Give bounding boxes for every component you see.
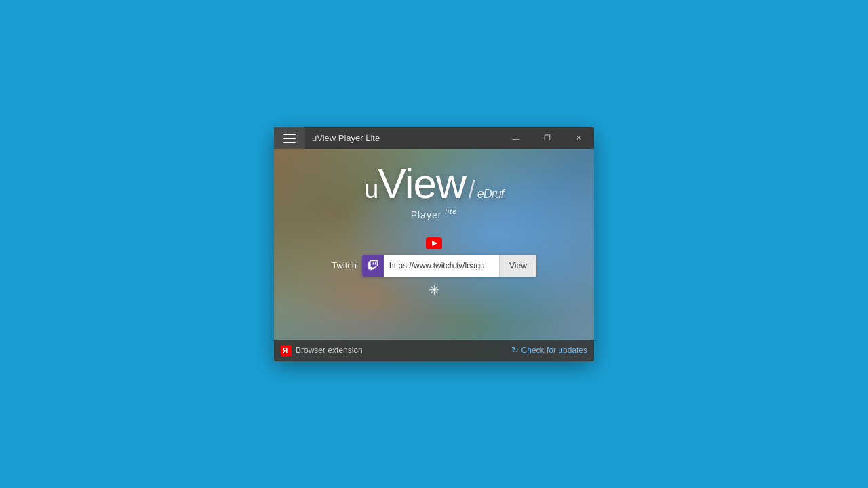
view-button[interactable]: View (499, 255, 536, 277)
url-input[interactable] (384, 255, 499, 277)
url-input-group: View (362, 255, 536, 277)
logo-view: View (378, 163, 465, 205)
window-body: uView/eDruf Player lite Twitch (274, 149, 594, 361)
platform-label: Twitch (332, 260, 357, 270)
menu-button[interactable] (274, 127, 305, 149)
logo-subtitle: Player lite (411, 207, 458, 220)
title-bar: uView Player Lite — ❐ ✕ (274, 127, 594, 149)
logo-brand: eDruf (477, 188, 504, 200)
check-updates-link[interactable]: ↻ Check for updates (511, 345, 587, 355)
hamburger-icon (283, 134, 296, 143)
logo-lite-text: lite (445, 207, 457, 216)
close-button[interactable]: ✕ (563, 127, 594, 149)
browser-extension: Я Browser extension (281, 345, 363, 356)
logo-area: uView/eDruf Player lite (274, 163, 594, 220)
window-controls: — ❐ ✕ (500, 127, 594, 149)
yandex-icon: Я (281, 345, 292, 356)
refresh-icon: ↻ (511, 345, 519, 355)
player-area: Twitch View ✳ (274, 237, 594, 298)
app-window: uView Player Lite — ❐ ✕ uView/eDruf Play… (274, 127, 594, 361)
window-title: uView Player Lite (305, 133, 500, 143)
twitch-icon (368, 260, 378, 271)
twitch-icon-wrap (362, 255, 384, 277)
loading-spinner: ✳ (429, 282, 440, 298)
logo-text: uView/eDruf (364, 163, 503, 205)
url-row: Twitch View (332, 255, 536, 277)
maximize-button[interactable]: ❐ (532, 127, 563, 149)
logo-player-text: Player (411, 209, 442, 220)
minimize-button[interactable]: — (500, 127, 532, 149)
youtube-icon (426, 237, 442, 249)
footer-bar: Я Browser extension ↻ Check for updates (274, 340, 594, 361)
browser-extension-label: Browser extension (296, 346, 363, 355)
check-updates-label: Check for updates (521, 346, 587, 355)
svg-text:Я: Я (283, 347, 288, 354)
logo-u: u (364, 176, 378, 202)
logo-separator: / (469, 178, 475, 202)
